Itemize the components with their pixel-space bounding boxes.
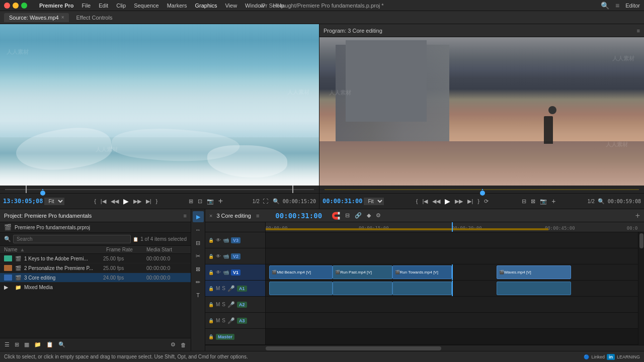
timeline-add-btn[interactable]: + xyxy=(635,211,640,220)
project-list-view[interactable]: ☰ xyxy=(3,340,11,349)
timeline-menu-icon[interactable]: ≡ xyxy=(256,213,259,219)
track-master-content[interactable] xyxy=(266,329,638,344)
source-full[interactable]: 🔍 xyxy=(271,197,281,206)
menu-graphics[interactable]: Graphics xyxy=(195,3,217,9)
track-a3-lock[interactable]: 🔒 xyxy=(208,318,214,323)
tool-pen[interactable]: ✏ xyxy=(193,277,204,288)
program-playhead-line[interactable] xyxy=(452,222,453,232)
v-scrollbar-thumb[interactable] xyxy=(639,233,643,248)
menu-clip[interactable]: Clip xyxy=(116,3,126,9)
source-add[interactable]: + xyxy=(217,196,224,207)
track-a1-lock[interactable]: 🔒 xyxy=(208,286,214,291)
source-scrubber-track[interactable] xyxy=(5,189,314,190)
track-a1-mic[interactable]: 🎤 xyxy=(227,285,235,292)
track-a2-s[interactable]: S xyxy=(222,302,225,307)
project-new-item[interactable]: 📋 xyxy=(45,340,55,349)
program-mark-out[interactable]: } xyxy=(476,197,481,205)
source-settings[interactable]: ⛶ xyxy=(261,197,270,205)
track-v2-lock[interactable]: 🔒 xyxy=(208,254,214,259)
track-a2-mic[interactable]: 🎤 xyxy=(227,301,235,308)
program-loop[interactable]: ⟳ xyxy=(482,197,490,206)
tool-ripple[interactable]: ⊟ xyxy=(193,237,204,248)
audio-clip-1[interactable] xyxy=(269,282,333,295)
list-item[interactable]: ▶ 📁 Mixed Media xyxy=(0,283,191,292)
tool-select[interactable]: ▶ xyxy=(193,211,204,222)
track-a2-lock[interactable]: 🔒 xyxy=(208,302,214,307)
maximize-button[interactable] xyxy=(21,3,27,9)
track-a1-badge[interactable]: A1 xyxy=(237,286,247,292)
audio-clip-3[interactable] xyxy=(392,282,452,295)
program-extract[interactable]: ⊠ xyxy=(529,197,537,206)
timeline-close-icon[interactable]: × xyxy=(209,213,212,219)
list-item[interactable]: 🎬 2 Personalize the Premiere P... 25.00 … xyxy=(0,263,191,273)
new-item-icon[interactable]: 📋 xyxy=(133,237,138,242)
program-add[interactable]: + xyxy=(550,196,557,206)
program-play[interactable]: ▶ xyxy=(443,196,452,206)
program-prev-edit[interactable]: |◀ xyxy=(421,197,430,206)
track-v1-eye[interactable]: 👁 xyxy=(216,269,221,275)
tab-source-close[interactable]: × xyxy=(61,15,64,20)
program-settings[interactable]: 🔍 xyxy=(596,197,606,206)
program-scrubber[interactable] xyxy=(319,186,644,194)
track-v3-badge[interactable]: V3 xyxy=(231,237,240,243)
track-a2-badge[interactable]: A2 xyxy=(237,302,247,308)
project-menu-icon[interactable]: ≡ xyxy=(184,213,187,219)
tool-slip[interactable]: ⊠ xyxy=(193,263,204,275)
program-lift[interactable]: ⊟ xyxy=(520,197,528,206)
track-a1-s[interactable]: S xyxy=(222,286,225,291)
track-a3-m[interactable]: M xyxy=(216,318,220,323)
track-v3-camera[interactable]: 📹 xyxy=(223,237,229,243)
track-master-badge[interactable]: Master xyxy=(216,334,234,340)
source-prev-edit[interactable]: |◀ xyxy=(99,197,108,206)
tl-settings-icon[interactable]: ⚙ xyxy=(374,211,382,220)
track-v2-eye[interactable]: 👁 xyxy=(216,253,221,259)
source-playhead-handle[interactable] xyxy=(40,191,45,196)
track-v1-lock[interactable]: 🔒 xyxy=(208,270,214,275)
program-fit-dropdown[interactable]: Fit xyxy=(364,198,384,205)
track-v1-camera[interactable]: 📹 xyxy=(223,269,229,275)
tool-razor[interactable]: ✂ xyxy=(193,250,204,261)
track-v1-badge[interactable]: V1 xyxy=(231,269,240,276)
menu-file[interactable]: File xyxy=(82,3,91,9)
program-mark-in[interactable]: { xyxy=(415,197,420,205)
clip-waves[interactable]: 🎬 Waves.mp4 [V] xyxy=(497,265,571,279)
menu-view[interactable]: View xyxy=(225,3,237,9)
source-camera[interactable]: 📷 xyxy=(205,197,215,206)
project-detail-view[interactable]: ▦ xyxy=(23,340,31,349)
track-a2-m[interactable]: M xyxy=(216,302,220,307)
timeline-v-scrollbar[interactable] xyxy=(638,232,644,345)
menu-markers[interactable]: Markers xyxy=(167,3,187,9)
program-step-back[interactable]: ◀◀ xyxy=(431,197,442,206)
h-scrollbar-thumb[interactable] xyxy=(266,346,441,350)
source-fit-dropdown[interactable]: Fit xyxy=(44,198,64,205)
tl-snap-icon[interactable]: 🧲 xyxy=(330,211,342,221)
source-step-fwd[interactable]: ▶▶ xyxy=(132,197,143,206)
track-v3-eye[interactable]: 👁 xyxy=(216,237,221,243)
program-next-edit[interactable]: ▶| xyxy=(466,197,474,206)
work-area-bar[interactable] xyxy=(266,228,548,230)
timeline-h-scrollbar[interactable] xyxy=(205,345,644,351)
source-scrubber-head[interactable] xyxy=(42,189,43,190)
track-a1-content[interactable] xyxy=(266,281,638,296)
source-overwrite[interactable]: ⊡ xyxy=(196,197,204,206)
track-a3-content[interactable] xyxy=(266,313,638,328)
tab-effect-controls[interactable]: Effect Controls xyxy=(71,13,117,22)
folder-expand-icon[interactable]: ▶ xyxy=(4,284,12,291)
program-scrubber-track[interactable] xyxy=(325,189,639,190)
track-a2-content[interactable] xyxy=(266,297,638,312)
audio-clip-2[interactable] xyxy=(333,282,392,295)
tool-text[interactable]: T xyxy=(193,290,204,301)
clip-mid-beach[interactable]: 🎬 Mid Beach.mp4 [V] xyxy=(269,265,333,279)
track-a3-mic[interactable]: 🎤 xyxy=(227,317,235,324)
track-v3-content[interactable] xyxy=(266,232,638,248)
source-next-edit[interactable]: ▶| xyxy=(144,197,153,206)
workspace-menu-icon[interactable]: ≡ xyxy=(615,2,619,10)
track-master-lock[interactable]: 🔒 xyxy=(208,334,214,339)
source-insert[interactable]: ⊞ xyxy=(187,197,195,206)
audio-clip-4[interactable] xyxy=(497,282,571,295)
project-search-input[interactable] xyxy=(13,235,131,243)
list-item[interactable]: 🎬 3 Core editing 24.00 fps 00:00:00:0 xyxy=(0,273,191,283)
clip-run-past[interactable]: 🎬 Run Past.mp4 [V] xyxy=(333,265,392,279)
source-play[interactable]: ▶ xyxy=(122,196,130,206)
tl-link-icon[interactable]: 🔗 xyxy=(353,211,363,220)
